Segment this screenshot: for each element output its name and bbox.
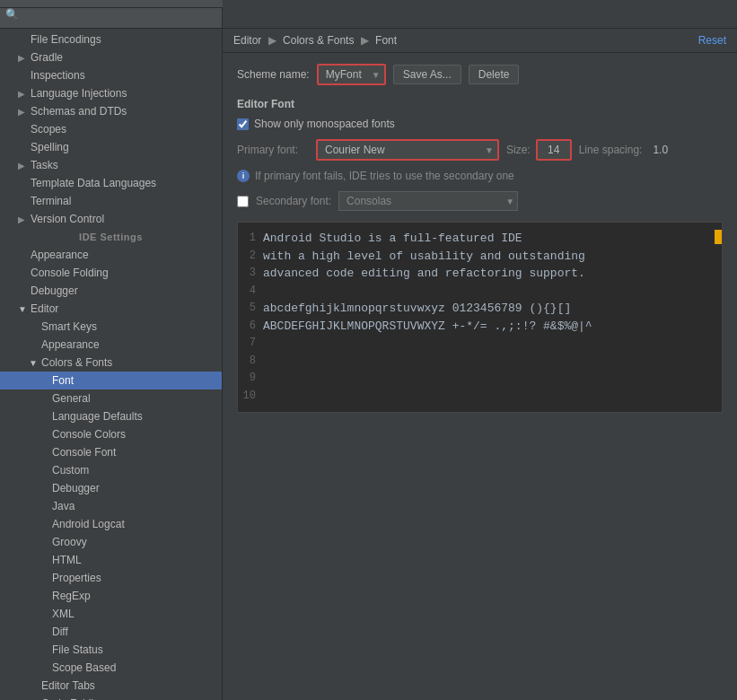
code-line: 8 [238, 353, 722, 371]
expand-arrow-icon: ▼ [29, 358, 39, 368]
expand-arrow-icon: ▼ [18, 304, 29, 314]
line-number: 8 [238, 353, 263, 369]
sidebar-item-html[interactable]: HTML [0, 551, 222, 569]
line-number: 2 [238, 248, 263, 264]
editor-font-title: Editor Font [237, 98, 723, 110]
line-number: 7 [238, 335, 263, 351]
sidebar-item-debugger[interactable]: Debugger [0, 282, 222, 300]
sidebar-item-smart-keys[interactable]: Smart Keys [0, 318, 222, 336]
secondary-font-row: Secondary font: Consolas ▼ [237, 191, 723, 211]
line-content [263, 388, 270, 406]
sidebar-item-file-status[interactable]: File Status [0, 641, 222, 659]
primary-font-label: Primary font: [237, 144, 309, 156]
sidebar-item-terminal[interactable]: Terminal [0, 192, 222, 210]
secondary-font-select-wrapper: Consolas ▼ [338, 191, 518, 211]
sidebar-item-inspections[interactable]: Inspections [0, 66, 222, 84]
line-content: advanced code editing and refactoring su… [263, 265, 585, 283]
code-line: 3advanced code editing and refactoring s… [238, 265, 722, 283]
sidebar-item-font[interactable]: Font [0, 372, 222, 389]
sidebar-item-spelling[interactable]: Spelling [0, 138, 222, 156]
sidebar-item-console-font[interactable]: Console Font [0, 443, 222, 461]
save-as-button[interactable]: Save As... [393, 65, 461, 84]
code-line: 7 [238, 335, 722, 353]
sidebar-item-android-logcat[interactable]: Android Logcat [0, 515, 222, 533]
content-area: Editor ▶ Colors & Fonts ▶ Font Reset Sch… [223, 29, 737, 700]
sidebar-item-code-folding[interactable]: Code Folding [0, 695, 222, 700]
scheme-select-wrapper: MyFont ▼ [317, 64, 386, 85]
sidebar-item-groovy[interactable]: Groovy [0, 533, 222, 551]
arrow-icon: ▶ [18, 53, 29, 63]
reset-button[interactable]: Reset [698, 34, 726, 47]
code-line: 2with a high level of usability and outs… [238, 248, 722, 266]
sidebar-item-version-control[interactable]: ▶ Version Control [0, 210, 222, 228]
sidebar-item-console-colors[interactable]: Console Colors [0, 425, 222, 443]
arrow-icon: ▶ [18, 214, 29, 224]
info-row: i If primary font fails, IDE tries to us… [237, 170, 723, 182]
sidebar-item-schemas-dtds[interactable]: ▶ Schemas and DTDs [0, 102, 222, 120]
line-content: abcdefghijklmnopqrstuvwxyz 0123456789 ()… [263, 300, 571, 318]
arrow-icon: ▶ [18, 161, 29, 171]
sidebar-item-xml[interactable]: XML [0, 605, 222, 623]
secondary-font-select[interactable]: Consolas [338, 191, 518, 211]
line-number: 4 [238, 283, 263, 299]
scheme-select[interactable]: MyFont [319, 66, 384, 83]
settings-content: Scheme name: MyFont ▼ Save As... Delete … [223, 53, 737, 700]
bookmark-indicator [715, 230, 722, 244]
sidebar-item-gradle[interactable]: ▶ Gradle [0, 48, 222, 66]
line-content [263, 353, 270, 371]
sidebar-item-console-folding[interactable]: Console Folding [0, 264, 222, 282]
code-line: 1Android Studio is a full-featured IDE [238, 230, 722, 248]
line-spacing-value: 1.0 [653, 144, 668, 156]
sidebar-item-language-injections[interactable]: ▶ Language Injections [0, 84, 222, 102]
breadcrumb: Editor ▶ Colors & Fonts ▶ Font Reset [223, 29, 737, 53]
sidebar-item-appearance[interactable]: Appearance [0, 246, 222, 264]
primary-font-row: Primary font: Courier New ▼ Size: Line s… [237, 139, 723, 161]
sidebar: File Encodings ▶ Gradle Inspections ▶ La… [0, 29, 223, 700]
sidebar-item-template-data[interactable]: Template Data Languages [0, 174, 222, 192]
line-number: 3 [238, 265, 263, 281]
sidebar-item-editor-tabs[interactable]: Editor Tabs [0, 677, 222, 695]
search-icon: 🔍 [5, 8, 19, 21]
search-input[interactable] [22, 6, 216, 22]
primary-font-select-wrapper: Courier New ▼ [316, 139, 499, 161]
sidebar-item-tasks[interactable]: ▶ Tasks [0, 156, 222, 174]
sidebar-item-file-encodings[interactable]: File Encodings [0, 31, 222, 48]
code-preview: 1Android Studio is a full-featured IDE2w… [237, 222, 723, 413]
line-number: 1 [238, 230, 263, 246]
primary-font-select[interactable]: Courier New [318, 141, 497, 159]
code-lines: 1Android Studio is a full-featured IDE2w… [238, 230, 722, 405]
code-line: 10 [238, 388, 722, 406]
line-number: 6 [238, 318, 263, 334]
ide-settings-header: IDE Settings [0, 228, 222, 246]
sidebar-item-editor-appearance[interactable]: Appearance [0, 336, 222, 354]
sidebar-item-scope-based[interactable]: Scope Based [0, 659, 222, 677]
monospaced-label: Show only monospaced fonts [254, 118, 395, 130]
sidebar-item-java[interactable]: Java [0, 497, 222, 515]
sidebar-item-properties[interactable]: Properties [0, 569, 222, 587]
delete-button[interactable]: Delete [469, 65, 520, 84]
line-content [263, 370, 270, 388]
info-icon: i [237, 170, 250, 182]
sidebar-item-diff[interactable]: Diff [0, 623, 222, 641]
line-content [263, 335, 270, 353]
sidebar-item-editor[interactable]: ▼ Editor [0, 300, 222, 318]
breadcrumb-sep1: ▶ [268, 34, 279, 47]
sidebar-item-regexp[interactable]: RegExp [0, 587, 222, 605]
size-wrap: Size: [506, 139, 572, 161]
sidebar-item-scopes[interactable]: Scopes [0, 120, 222, 138]
sidebar-item-custom[interactable]: Custom [0, 461, 222, 479]
monospaced-checkbox[interactable] [237, 118, 249, 130]
breadcrumb-part-font: Font [375, 34, 397, 47]
sidebar-item-general[interactable]: General [0, 389, 222, 407]
breadcrumb-path: Editor ▶ Colors & Fonts ▶ Font [233, 34, 397, 47]
line-content: with a high level of usability and outst… [263, 248, 585, 266]
sidebar-item-language-defaults[interactable]: Language Defaults [0, 407, 222, 425]
size-input[interactable] [538, 141, 570, 159]
info-text: If primary font fails, IDE tries to use … [255, 170, 514, 182]
size-label: Size: [506, 144, 531, 156]
sidebar-item-editor-debugger[interactable]: Debugger [0, 479, 222, 497]
scheme-row: Scheme name: MyFont ▼ Save As... Delete [237, 64, 723, 85]
arrow-icon: ▶ [18, 107, 29, 117]
sidebar-item-colors-fonts[interactable]: ▼ Colors & Fonts [0, 354, 222, 372]
secondary-font-checkbox[interactable] [237, 196, 249, 207]
